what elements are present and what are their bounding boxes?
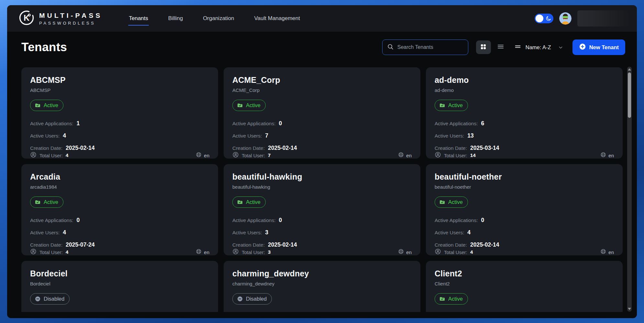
language: en <box>196 152 209 159</box>
language-label: en <box>204 153 209 158</box>
search-input[interactable] <box>397 44 463 50</box>
total-user-value: 7 <box>268 152 271 158</box>
status-label: Active <box>44 102 58 108</box>
status-badge: Active <box>435 293 468 305</box>
status-label: Disabled <box>44 296 64 302</box>
language: en <box>600 152 614 159</box>
stat-row: Creation Date:2025-02-14 <box>30 145 209 151</box>
scroll-up-arrow-icon[interactable] <box>628 68 631 71</box>
language-label: en <box>608 153 614 158</box>
tenant-slug: beautiful-noether <box>435 184 614 190</box>
folder-check-icon <box>439 296 445 302</box>
sort-dropdown[interactable]: Name: A-Z <box>514 43 563 51</box>
card-footer: Total User: 4 en <box>435 248 614 256</box>
tenant-name: beautiful-noether <box>435 172 614 182</box>
language: en <box>398 152 412 159</box>
list-view-button[interactable] <box>497 43 505 52</box>
total-user-label: Total User: <box>242 153 265 158</box>
scrollbar-thumb[interactable] <box>628 72 631 118</box>
stat-value: 2025-03-14 <box>470 145 499 151</box>
moon-icon <box>546 16 551 23</box>
folder-check-icon <box>237 102 243 108</box>
stat-label: Creation Date: <box>435 145 467 151</box>
stat-row: Active Applications:0 <box>232 217 412 224</box>
stat-label: Creation Date: <box>435 242 467 248</box>
tenant-stats: Active Applications:0Active Users:4Creat… <box>435 217 614 248</box>
vertical-scrollbar[interactable] <box>627 67 632 312</box>
tenant-card[interactable]: ad-demo ad-demo Active Active Applicatio… <box>426 67 623 159</box>
stat-label: Active Applications: <box>435 217 478 223</box>
status-badge: Disabled <box>232 293 272 305</box>
stat-row: Creation Date:2025-02-14 <box>435 241 614 248</box>
stat-label: Active Applications: <box>232 121 276 127</box>
stat-value: 4 <box>63 229 66 236</box>
plus-circle-icon <box>579 43 586 51</box>
brand-line1: MULTI-PASS <box>39 12 102 19</box>
language-label: en <box>406 250 412 255</box>
page-title: Tenants <box>21 40 67 54</box>
total-user-label: Total User: <box>39 153 63 158</box>
theme-toggle[interactable] <box>535 14 553 23</box>
user-avatar[interactable] <box>559 12 572 25</box>
tenant-grid: ABCMSP ABCMSP Active Active Applications… <box>21 67 623 312</box>
total-user-label: Total User: <box>39 250 63 255</box>
user-circle-icon <box>435 248 441 256</box>
total-user-value: 3 <box>268 249 271 255</box>
tenant-card[interactable]: Arcadia arcadia1984 Active Active Applic… <box>21 164 218 255</box>
stat-value: 0 <box>77 217 80 224</box>
total-user: Total User: 14 <box>435 151 476 159</box>
total-user: Total User: 4 <box>30 248 68 256</box>
stat-label: Active Applications: <box>435 121 478 127</box>
stat-value: 3 <box>265 229 268 236</box>
card-footer: Total User: 3 en <box>232 248 412 256</box>
minus-circle-icon <box>35 296 41 302</box>
new-tenant-button[interactable]: New Tenant <box>572 39 625 55</box>
stat-value: 0 <box>279 217 282 224</box>
stat-value: 2025-07-24 <box>66 241 95 248</box>
brand-text: MULTI-PASS PASSWORDLESS <box>39 12 102 26</box>
tenant-name: ACME_Corp <box>232 75 412 85</box>
search-box[interactable] <box>382 39 468 55</box>
stat-label: Creation Date: <box>30 242 62 248</box>
stat-value: 2025-02-14 <box>470 241 499 248</box>
stat-row: Active Applications:0 <box>435 217 614 224</box>
tenant-name: Client2 <box>435 269 614 278</box>
tenant-slug: Bordeciel <box>30 281 209 286</box>
tenant-card[interactable]: ABCMSP ABCMSP Active Active Applications… <box>21 67 218 159</box>
stat-value: 6 <box>481 120 484 127</box>
stat-value: 0 <box>481 217 484 224</box>
tenant-card[interactable]: Client2 Client2 Active Active Applicatio… <box>426 261 623 312</box>
globe-icon <box>600 249 606 256</box>
minus-circle-icon <box>237 296 243 302</box>
stat-row: Creation Date:2025-02-14 <box>232 241 412 248</box>
tenant-card[interactable]: ACME_Corp ACME_Corp Active Active Applic… <box>224 67 420 159</box>
stat-value: 13 <box>467 132 473 139</box>
scroll-down-arrow-icon[interactable] <box>628 308 631 310</box>
total-user-value: 4 <box>66 152 69 158</box>
stat-row: Active Users:4 <box>30 132 209 139</box>
stat-label: Creation Date: <box>30 145 62 151</box>
tenant-card[interactable]: charming_dewdney charming_dewdney Disabl… <box>224 261 420 312</box>
tenant-card[interactable]: Bordeciel Bordeciel Disabled Active Appl… <box>21 261 218 312</box>
stat-row: Creation Date:2025-07-24 <box>30 241 209 248</box>
status-label: Disabled <box>246 296 267 302</box>
tenant-card[interactable]: beautiful-hawking beautiful-hawking Acti… <box>224 164 420 255</box>
nav-tab-vault-management[interactable]: Vault Management <box>254 13 301 24</box>
tenant-slug: charming_dewdney <box>232 281 412 286</box>
stat-value: 0 <box>279 120 282 127</box>
nav-tab-tenants[interactable]: Tenants <box>128 13 149 24</box>
user-name-redacted[interactable] <box>577 10 628 27</box>
total-user-label: Total User: <box>444 250 467 255</box>
grid-view-button[interactable] <box>476 40 491 54</box>
nav-tab-billing[interactable]: Billing <box>168 13 183 24</box>
tenant-name: beautiful-hawking <box>232 172 412 182</box>
tenant-name: Arcadia <box>30 172 209 182</box>
language-label: en <box>406 153 412 158</box>
nav-tab-organization[interactable]: Organization <box>202 13 235 24</box>
tenant-stats: Active Applications:6Active Users:13Crea… <box>435 120 614 151</box>
tenant-card[interactable]: beautiful-noether beautiful-noether Acti… <box>426 164 623 255</box>
status-badge: Disabled <box>30 293 70 305</box>
sort-label: Name: A-Z <box>526 44 551 50</box>
stat-row: Active Users:3 <box>232 229 412 236</box>
total-user: Total User: 7 <box>232 151 271 159</box>
